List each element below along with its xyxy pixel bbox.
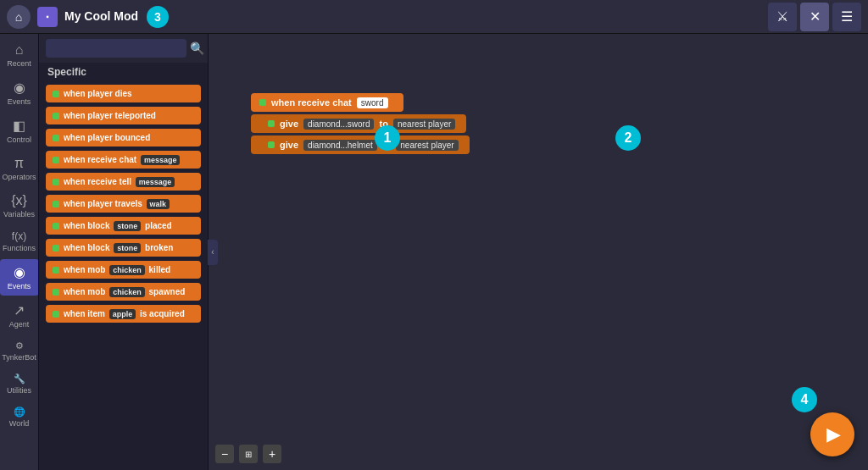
block-when-player-travels[interactable]: when player travels walk (46, 195, 201, 213)
block-text: when receive chat sword (271, 97, 391, 108)
sidebar-item-events2[interactable]: ◉ Events (0, 259, 39, 296)
variables-icon: {x} (11, 193, 27, 208)
topbar: ⌂ ▪ My Cool Mod 3 ⚔ ✕ ☰ (0, 0, 868, 34)
sidebar-item-functions[interactable]: f(x) Functions (0, 225, 39, 257)
sidebar-item-recent[interactable]: ⌂ Recent (0, 37, 39, 73)
block-when-block-placed[interactable]: when block stone placed (46, 217, 201, 235)
functions-icon: f(x) (12, 230, 26, 242)
sidebar-item-events[interactable]: ◉ Events (0, 75, 39, 111)
home-icon: ⌂ (15, 42, 24, 58)
block-label: when block stone broken (64, 243, 173, 252)
sidebar-item-variables[interactable]: {x} Variables (0, 188, 39, 224)
canvas-block-receive-chat[interactable]: when receive chat sword (251, 93, 403, 112)
sidebar-item-utilities[interactable]: 🔧 Utilities (0, 368, 39, 400)
sidebar-label-variables: Variables (3, 210, 35, 218)
search-input[interactable] (46, 39, 186, 58)
block-text: give diamond...helmet to nearest player (280, 140, 461, 150)
block-label: when player dies (64, 89, 132, 98)
block-when-block-broken[interactable]: when block stone broken (46, 239, 201, 257)
main-layout: ⌂ Recent ◉ Events ◧ Control π Operators … (0, 34, 868, 470)
sidebar-label-events: Events (8, 97, 31, 106)
sidebar-label-tynkerbot: TynkerBot (2, 353, 36, 362)
topbar-right-controls: ⚔ ✕ ☰ (768, 3, 861, 31)
minecraft-icon-btn[interactable]: ⚔ (768, 3, 797, 31)
sidebar-item-agent[interactable]: ↗ Agent (0, 297, 39, 334)
sidebar-label-agent: Agent (9, 320, 30, 329)
block-text: give diamond...sword to nearest player (280, 119, 458, 129)
events-icon: ◉ (14, 80, 25, 96)
badge-4: 4 (792, 387, 817, 412)
run-icon: ▶ (826, 423, 841, 445)
block-when-player-dies[interactable]: when player dies (46, 85, 201, 102)
canvas-zoom-controls: − ⊞ + (215, 445, 281, 463)
block-when-player-bounced[interactable]: when player bounced (46, 129, 201, 147)
badge-3: 3 (147, 6, 169, 28)
sidebar-label-world: World (9, 419, 29, 428)
project-title: My Cool Mod 3 (64, 6, 768, 28)
sidebar-label-control: Control (7, 135, 31, 144)
block-when-item-acquired[interactable]: when item apple is acquired (46, 305, 201, 323)
zoom-grid-button[interactable]: ⊞ (239, 445, 258, 463)
world-icon: 🌐 (14, 406, 25, 417)
block-when-mob-killed[interactable]: when mob chicken killed (46, 261, 201, 279)
agent-icon: ↗ (14, 302, 25, 318)
block-label: when receive chat message (64, 155, 181, 164)
block-label: when receive tell message (64, 177, 176, 186)
block-when-mob-spawned[interactable]: when mob chicken spawned (46, 283, 201, 301)
run-button[interactable]: ▶ (810, 412, 854, 456)
canvas-area[interactable]: when receive chat sword give diamond...s… (209, 34, 868, 470)
sidebar-item-control[interactable]: ◧ Control (0, 113, 39, 149)
sidebar-label-utilities: Utilities (7, 386, 31, 395)
block-label: when player travels walk (64, 199, 171, 208)
block-label: when player teleported (64, 111, 156, 120)
block-label: when mob chicken spawned (64, 287, 185, 296)
sidebar-label-recent: Recent (7, 59, 31, 68)
block-label: when item apple is acquired (64, 309, 185, 318)
sidebar-label-functions: Functions (3, 244, 36, 252)
badge-1: 1 (375, 125, 400, 151)
file-icon: ▪ (37, 7, 58, 27)
block-label: when player bounced (64, 133, 150, 142)
panel-collapse-handle[interactable]: ‹ (208, 240, 218, 265)
tynkerbot-icon: ⚙ (15, 340, 24, 351)
control-icon: ◧ (13, 118, 25, 134)
events2-icon: ◉ (14, 264, 25, 280)
utilities-icon: 🔧 (14, 373, 25, 384)
zoom-in-button[interactable]: + (263, 445, 281, 463)
canvas-block-group: when receive chat sword give diamond...s… (251, 93, 470, 154)
blocks-search-bar: 🔍 (39, 34, 208, 63)
block-label: when block stone placed (64, 221, 172, 230)
block-when-player-teleported[interactable]: when player teleported (46, 107, 201, 124)
block-label: when mob chicken killed (64, 265, 170, 274)
block-when-receive-tell[interactable]: when receive tell message (46, 173, 201, 191)
menu-button[interactable]: ☰ (832, 3, 861, 31)
blocks-list: when player dies when player teleported … (39, 81, 208, 470)
operators-icon: π (14, 156, 24, 171)
home-button[interactable]: ⌂ (7, 5, 31, 29)
badge-2: 2 (615, 125, 641, 151)
sidebar-label-events2: Events (8, 282, 31, 290)
blocks-category-label: Specific (39, 63, 208, 81)
canvas-block-give-sword[interactable]: give diamond...sword to nearest player (251, 114, 466, 133)
block-when-receive-chat[interactable]: when receive chat message (46, 151, 201, 169)
sidebar-item-world[interactable]: 🌐 World (0, 401, 39, 433)
sidebar-label-operators: Operators (2, 173, 36, 181)
canvas-block-give-helmet[interactable]: give diamond...helmet to nearest player (251, 135, 470, 154)
blocks-panel: 🔍 Specific when player dies when player … (39, 34, 209, 470)
sidebar-item-tynkerbot[interactable]: ⚙ TynkerBot (0, 335, 39, 367)
sidebar-icons: ⌂ Recent ◉ Events ◧ Control π Operators … (0, 34, 39, 470)
sidebar-item-operators[interactable]: π Operators (0, 151, 39, 186)
zoom-out-button[interactable]: − (215, 445, 234, 463)
search-icon[interactable]: 🔍 (190, 41, 204, 55)
close-button[interactable]: ✕ (800, 3, 829, 31)
